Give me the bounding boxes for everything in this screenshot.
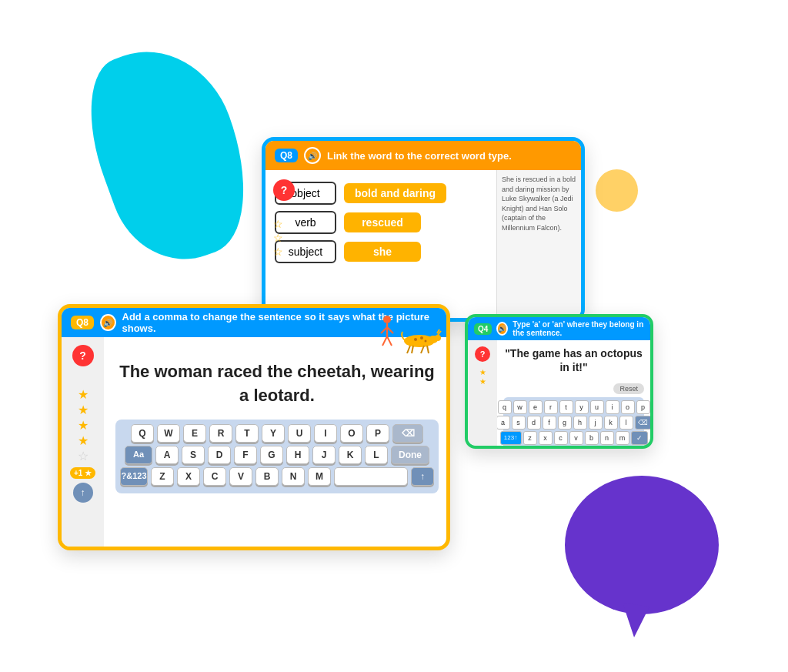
sk-k[interactable]: k (604, 416, 618, 430)
key-m[interactable]: M (308, 467, 331, 486)
small-keyboard[interactable]: q w e r t y u i o p a s d f g h j k l (503, 397, 644, 449)
sk-s[interactable]: s (512, 416, 526, 430)
sk-d[interactable]: d (527, 416, 541, 430)
keyboard-row-1: Q W E R T Y U I O P ⌫ (120, 424, 434, 443)
plus-star-badge: +1 ★ (70, 467, 95, 479)
sk-u[interactable]: u (590, 400, 604, 414)
key-f[interactable]: F (234, 446, 257, 464)
sk-q[interactable]: q (498, 400, 512, 414)
question-icon-front[interactable]: ? (72, 345, 94, 366)
sentence-display-front: The woman raced the cheetah, wearing a l… (115, 360, 439, 408)
sk-p[interactable]: p (636, 400, 650, 414)
sound-button-small[interactable]: 🔊 (496, 322, 508, 336)
word-right-3[interactable]: she (344, 242, 421, 262)
sk-v[interactable]: v (569, 431, 583, 445)
small-stars: ★ ★ (479, 368, 486, 386)
sound-button-front[interactable]: 🔊 (100, 314, 115, 331)
key-j[interactable]: J (312, 446, 336, 464)
key-q[interactable]: Q (131, 424, 154, 443)
key-k[interactable]: K (339, 446, 362, 464)
stars-back: ☆ ☆ ☆ (273, 218, 283, 258)
svg-marker-1 (623, 603, 649, 637)
star-1: ☆ (273, 218, 283, 230)
star-f4: ★ (78, 433, 88, 448)
sk-h[interactable]: h (573, 416, 587, 430)
sk-a[interactable]: a (496, 416, 510, 430)
sk-y[interactable]: y (575, 400, 589, 414)
sk-i[interactable]: i (606, 400, 619, 414)
type-it-card: Q4 🔊 Type 'a' or 'an' where they belong … (465, 314, 653, 449)
key-aa[interactable]: Aa (125, 446, 152, 464)
star-2: ☆ (273, 232, 283, 244)
key-u[interactable]: U (288, 424, 311, 443)
keyboard-row-2: Aa A S D F G H J K L Done (120, 446, 434, 464)
key-i[interactable]: I (314, 424, 337, 443)
word-right-1[interactable]: bold and daring (344, 183, 446, 203)
sk-r[interactable]: r (544, 400, 558, 414)
sk-done[interactable]: ✓ (631, 431, 648, 445)
key-d[interactable]: D (208, 446, 231, 464)
key-t[interactable]: T (235, 424, 259, 443)
key-l[interactable]: L (365, 446, 388, 464)
key-c[interactable]: C (203, 467, 226, 486)
key-o[interactable]: O (340, 424, 363, 443)
sk-c[interactable]: c (554, 431, 568, 445)
star-f5: ☆ (78, 449, 88, 463)
instruction-back: Link the word to the correct word type. (327, 150, 512, 162)
sk-x[interactable]: x (539, 431, 553, 445)
key-e[interactable]: E (183, 424, 206, 443)
instruction-small: Type 'a' or 'an' where they belong in th… (513, 320, 644, 337)
sk-t[interactable]: t (559, 400, 573, 414)
sk-g[interactable]: g (558, 416, 572, 430)
question-icon-small[interactable]: ? (475, 346, 490, 362)
key-r[interactable]: R (209, 424, 232, 443)
front-stars: ★ ★ ★ ★ ☆ +1 ★ ↑ (70, 387, 95, 503)
word-right-2[interactable]: rescued (344, 212, 421, 232)
sentence-display-small: "The game has an octopus in it!" (503, 346, 644, 374)
purple-speech-bubble (561, 472, 723, 637)
key-backspace[interactable]: ⌫ (392, 424, 423, 443)
word-left-2[interactable]: verb (275, 211, 336, 234)
key-up-arrow[interactable]: ↑ (411, 467, 434, 486)
key-g[interactable]: G (260, 446, 283, 464)
small-key-row-3: 123↑ z x c v b n m ✓ (506, 431, 641, 445)
key-space[interactable] (334, 467, 408, 486)
sk-o[interactable]: o (621, 400, 635, 414)
sk-e[interactable]: e (529, 400, 543, 414)
svg-line-4 (381, 327, 387, 333)
up-arrow-button[interactable]: ↑ (73, 483, 93, 503)
sk-z[interactable]: z (523, 431, 537, 445)
key-a[interactable]: A (155, 446, 179, 464)
sk-w[interactable]: w (513, 400, 527, 414)
sound-button-back[interactable]: 🔊 (304, 147, 321, 164)
key-p[interactable]: P (366, 424, 389, 443)
question-icon-back[interactable]: ? (273, 179, 295, 201)
cyan-blob-decoration (68, 29, 272, 279)
reset-button[interactable]: Reset (613, 383, 644, 394)
key-x[interactable]: X (177, 467, 200, 486)
sk-b[interactable]: b (585, 431, 599, 445)
key-w[interactable]: W (157, 424, 180, 443)
key-n[interactable]: N (282, 467, 305, 486)
sk-n[interactable]: n (600, 431, 614, 445)
key-y[interactable]: Y (262, 424, 285, 443)
key-h[interactable]: H (286, 446, 309, 464)
word-left-3[interactable]: subject (275, 240, 336, 263)
sk-m[interactable]: m (616, 431, 629, 445)
sk-j[interactable]: j (589, 416, 603, 430)
key-z[interactable]: Z (151, 467, 174, 486)
keyboard-front[interactable]: Q W E R T Y U I O P ⌫ Aa A S D F G H J (115, 420, 439, 493)
key-done[interactable]: Done (391, 446, 429, 464)
sk-123[interactable]: 123↑ (500, 431, 522, 445)
word-row-2: verb rescued (275, 211, 492, 234)
word-type-card: Q8 🔊 Link the word to the correct word t… (262, 137, 585, 322)
sk-backspace[interactable]: ⌫ (635, 416, 652, 430)
star-f3: ★ (78, 418, 88, 433)
key-v[interactable]: V (229, 467, 252, 486)
sk-l[interactable]: l (619, 416, 633, 430)
sk-f[interactable]: f (543, 416, 556, 430)
key-b[interactable]: B (255, 467, 279, 486)
small-side-panel: ? ★ ★ (468, 340, 497, 449)
key-s[interactable]: S (182, 446, 205, 464)
key-symbols[interactable]: ?&123 (120, 467, 148, 486)
